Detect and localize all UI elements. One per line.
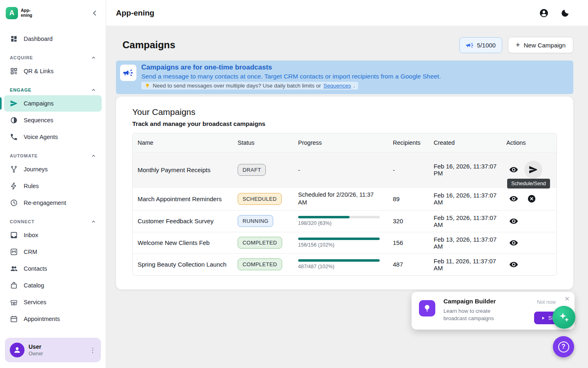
table-row[interactable]: Welcome New Clients Feb COMPLETED 156/15… bbox=[133, 232, 557, 254]
section-automate[interactable]: AUTOMATE bbox=[4, 150, 102, 161]
schedule-send-button[interactable] bbox=[524, 161, 542, 179]
account-icon[interactable] bbox=[539, 8, 549, 18]
table-header-row: Name Status Progress Recipients Created … bbox=[133, 133, 557, 153]
table-row[interactable]: Spring Beauty Collection Launch COMPLETE… bbox=[133, 254, 557, 275]
calendar-icon bbox=[10, 315, 18, 323]
sidebar-item-services[interactable]: Services bbox=[4, 294, 102, 310]
sidebar-collapse-button[interactable] bbox=[91, 9, 98, 17]
table-row[interactable]: Monthly Payment Receipts DRAFT - - Feb 1… bbox=[133, 152, 557, 187]
status-badge: DRAFT bbox=[238, 164, 266, 176]
col-header-created: Created bbox=[429, 133, 501, 153]
dark-mode-moon-icon[interactable] bbox=[560, 8, 570, 18]
not-now-button[interactable]: Not now bbox=[537, 299, 556, 305]
campaign-quota-badge[interactable]: 5/1000 bbox=[459, 37, 502, 53]
sidebar-item-appointments[interactable]: Appointments bbox=[4, 311, 102, 327]
sidebar-item-label: QR & Links bbox=[24, 68, 53, 74]
banner-description: Send a message to many contacts at once.… bbox=[141, 73, 441, 80]
user-menu-button[interactable]: ⋮ bbox=[89, 346, 96, 354]
banner-tip-period: . bbox=[354, 83, 355, 89]
sidebar-item-re-engagement[interactable]: Re-engagement bbox=[4, 195, 102, 211]
status-badge: COMPLETED bbox=[238, 237, 282, 249]
progress-bar bbox=[298, 216, 380, 218]
bag-icon bbox=[10, 281, 18, 289]
section-label: CONNECT bbox=[10, 219, 35, 224]
megaphone-icon bbox=[466, 41, 474, 49]
card-title: Your Campaigns bbox=[132, 107, 557, 117]
progress-label: 198/320 (63%) bbox=[298, 220, 383, 226]
chevron-up-icon bbox=[91, 88, 96, 92]
topbar-actions bbox=[539, 8, 570, 18]
section-connect[interactable]: CONNECT bbox=[4, 216, 102, 227]
sidebar-item-label: Campaigns bbox=[24, 100, 53, 107]
topbar: App-ening bbox=[106, 0, 588, 26]
eye-icon bbox=[509, 238, 518, 247]
sidebar-item-contacts[interactable]: Contacts bbox=[4, 260, 102, 277]
campaign-name: Monthly Payment Receipts bbox=[133, 152, 233, 187]
new-campaign-button[interactable]: + New Campaign bbox=[508, 37, 573, 53]
page-header: Campaigns 5/1000 + New Campaign bbox=[116, 37, 573, 53]
campaign-recipients: 89 bbox=[388, 187, 429, 210]
question-mark-icon: ? bbox=[558, 341, 569, 352]
person-icon bbox=[13, 346, 21, 354]
chevron-up-icon bbox=[91, 153, 96, 158]
sidebar-item-label: Catalog bbox=[24, 282, 44, 289]
table-row[interactable]: March Appointment Reminders SCHEDULED Sc… bbox=[133, 187, 557, 210]
sparkles-icon bbox=[558, 311, 570, 323]
sidebar-item-qr-links[interactable]: QR & Links bbox=[4, 63, 102, 79]
table-row[interactable]: Customer Feedback Survey RUNNING 198/320… bbox=[133, 210, 557, 232]
branch-icon bbox=[10, 165, 18, 173]
page-header-actions: 5/1000 + New Campaign bbox=[459, 37, 573, 53]
sidebar-item-campaigns[interactable]: Campaigns bbox=[4, 95, 102, 112]
view-button[interactable] bbox=[506, 236, 521, 250]
sidebar-item-label: CRM bbox=[24, 249, 37, 255]
logo-icon: A bbox=[6, 7, 18, 19]
sidebar-item-voice-agents[interactable]: Voice Agents bbox=[4, 129, 102, 145]
sidebar-item-crm[interactable]: CRM bbox=[4, 244, 102, 260]
cancel-button[interactable] bbox=[524, 191, 539, 206]
col-header-progress: Progress bbox=[293, 133, 388, 153]
sidebar-header: A App-ening bbox=[0, 0, 106, 26]
sidebar-item-inbox[interactable]: Inbox bbox=[4, 227, 102, 243]
sidebar-item-label: Services bbox=[24, 299, 47, 305]
sidebar-item-rules[interactable]: Rules bbox=[4, 178, 102, 194]
campaign-name: Welcome New Clients Feb bbox=[133, 232, 233, 254]
sidebar-item-catalog[interactable]: Catalog bbox=[4, 277, 102, 294]
section-acquire[interactable]: ACQUIRE bbox=[4, 52, 102, 63]
help-fab[interactable]: ? bbox=[553, 336, 574, 357]
user-name: User bbox=[29, 343, 43, 350]
half-circle-icon bbox=[10, 116, 18, 124]
quota-count: 5/1000 bbox=[477, 42, 496, 49]
ai-assistant-fab[interactable] bbox=[552, 306, 575, 329]
storefront-icon bbox=[10, 298, 18, 306]
col-header-recipients: Recipients bbox=[388, 133, 429, 153]
sidebar-item-label: Contacts bbox=[24, 265, 47, 272]
sidebar-item-sequences[interactable]: Sequences bbox=[4, 112, 102, 128]
section-engage[interactable]: ENGAGE bbox=[4, 84, 102, 95]
view-button[interactable] bbox=[506, 162, 521, 177]
banner-tip-text: Need to send messages over multiple days… bbox=[153, 83, 321, 89]
info-banner: Campaigns are for one-time broadcasts Se… bbox=[116, 61, 573, 94]
campaign-progress: Scheduled for 2/20/26, 11:37 AM bbox=[298, 191, 383, 207]
app-title: App-ening bbox=[116, 9, 154, 18]
view-button[interactable] bbox=[506, 214, 521, 229]
section-label: AUTOMATE bbox=[10, 153, 38, 158]
view-button[interactable] bbox=[506, 191, 521, 206]
sidebar-item-dashboard[interactable]: Dashboard bbox=[4, 31, 102, 47]
crm-icon bbox=[10, 248, 18, 256]
qr-code-icon bbox=[10, 67, 18, 75]
campaign-recipients: - bbox=[388, 152, 429, 187]
user-card[interactable]: User Owner ⋮ bbox=[5, 338, 101, 362]
sidebar-item-journeys[interactable]: Journeys bbox=[4, 161, 102, 177]
sidebar-item-label: Appointments bbox=[24, 316, 60, 322]
progress-label: 487/487 (102%) bbox=[298, 264, 383, 269]
banner-tip: Need to send messages over multiple days… bbox=[141, 82, 358, 90]
megaphone-icon bbox=[123, 67, 134, 78]
progress-bar bbox=[298, 238, 380, 240]
sequences-link[interactable]: Sequences bbox=[323, 83, 351, 89]
view-button[interactable] bbox=[506, 257, 521, 272]
play-icon bbox=[541, 316, 546, 321]
card-subtitle: Track and manage your broadcast campaign… bbox=[132, 120, 557, 127]
dashboard-icon bbox=[10, 35, 18, 43]
campaigns-card: Your Campaigns Track and manage your bro… bbox=[116, 96, 573, 289]
close-icon[interactable]: ✕ bbox=[564, 295, 570, 303]
